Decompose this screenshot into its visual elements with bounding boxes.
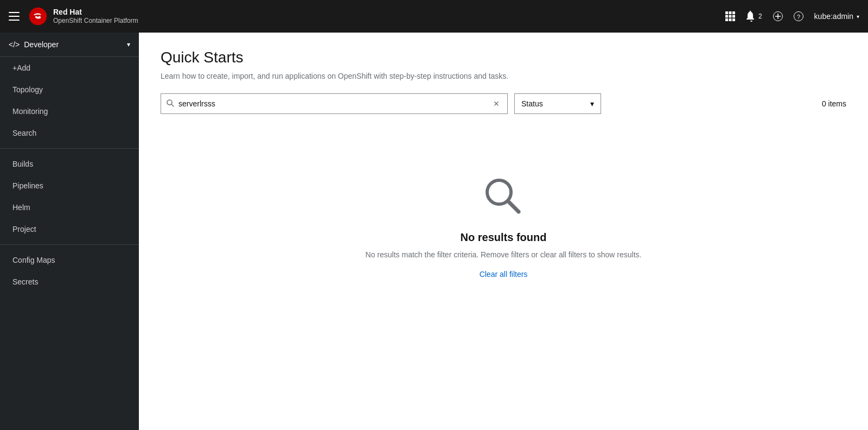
svg-rect-5 [729, 15, 731, 18]
brand-subtitle: OpenShift Container Platform [53, 17, 138, 24]
search-box: ✕ [161, 93, 508, 114]
sidebar-divider-2 [0, 244, 139, 245]
empty-state-title: No results found [461, 231, 547, 244]
help-icon[interactable]: ? [794, 11, 803, 21]
developer-icon: </> [9, 40, 20, 49]
items-count: 0 items [822, 99, 846, 108]
sidebar-divider-1 [0, 148, 139, 149]
page-description: Learn how to create, import, and run app… [161, 72, 846, 80]
svg-rect-3 [732, 11, 735, 14]
redhat-logo-icon [28, 7, 48, 26]
sidebar-item-add[interactable]: +Add [0, 57, 139, 79]
search-input[interactable] [178, 99, 491, 108]
sidebar-item-builds[interactable]: Builds [0, 153, 139, 175]
status-dropdown-label: Status [521, 99, 543, 108]
svg-rect-2 [729, 11, 731, 14]
page-title: Quick Starts [161, 49, 846, 66]
svg-line-16 [171, 104, 174, 106]
svg-rect-6 [732, 15, 735, 18]
svg-point-0 [29, 8, 47, 25]
sidebar-item-helm[interactable]: Helm [0, 197, 139, 218]
clear-filters-link[interactable]: Clear all filters [480, 270, 528, 279]
sidebar-item-configmaps[interactable]: Config Maps [0, 249, 139, 271]
top-navigation: Red Hat OpenShift Container Platform [0, 0, 868, 33]
svg-rect-4 [725, 15, 728, 18]
empty-state-search-icon [482, 175, 525, 218]
perspective-switcher[interactable]: </> Developer ▾ [0, 33, 139, 57]
grid-icon[interactable] [725, 11, 736, 22]
notifications-bell[interactable]: 2 [746, 11, 762, 22]
perspective-label: Developer [24, 40, 59, 49]
svg-line-18 [508, 201, 519, 212]
sidebar-item-topology[interactable]: Topology [0, 79, 139, 100]
svg-rect-9 [732, 18, 735, 21]
svg-rect-1 [725, 11, 728, 14]
notification-count: 2 [758, 12, 762, 20]
svg-rect-7 [725, 18, 728, 21]
perspective-chevron: ▾ [127, 41, 130, 48]
brand: Red Hat OpenShift Container Platform [28, 7, 138, 26]
sidebar-item-monitoring[interactable]: Monitoring [0, 100, 139, 122]
empty-state-description: No results match the filter criteria. Re… [366, 250, 642, 259]
clear-search-button[interactable]: ✕ [491, 98, 502, 109]
search-icon [167, 99, 174, 109]
status-dropdown-chevron: ▾ [590, 99, 594, 108]
svg-text:?: ? [797, 14, 800, 20]
brand-name: Red Hat [53, 8, 138, 17]
main-content: Quick Starts Learn how to create, import… [139, 33, 868, 430]
hamburger-menu[interactable] [9, 12, 20, 21]
status-dropdown[interactable]: Status ▾ [514, 93, 601, 114]
svg-rect-8 [729, 18, 731, 21]
empty-state: No results found No results match the fi… [161, 131, 846, 300]
username: kube:admin [814, 12, 853, 21]
brand-text: Red Hat OpenShift Container Platform [53, 8, 138, 24]
sidebar-item-secrets[interactable]: Secrets [0, 271, 139, 293]
sidebar-nav: +Add Topology Monitoring Search Builds P… [0, 57, 139, 293]
sidebar-item-pipelines[interactable]: Pipelines [0, 175, 139, 197]
sidebar-item-search[interactable]: Search [0, 122, 139, 144]
sidebar-item-project[interactable]: Project [0, 218, 139, 240]
user-menu[interactable]: kube:admin ▾ [814, 12, 859, 21]
sidebar: </> Developer ▾ +Add Topology Monitoring… [0, 33, 139, 430]
filter-bar: ✕ Status ▾ 0 items [161, 93, 846, 114]
add-icon[interactable] [773, 11, 783, 21]
user-menu-chevron: ▾ [857, 14, 859, 20]
